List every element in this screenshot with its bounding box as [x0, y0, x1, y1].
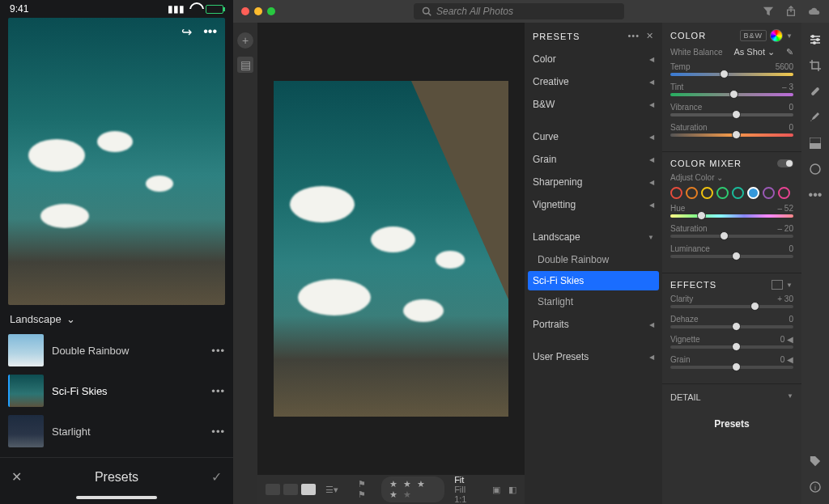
- color-swatch[interactable]: [778, 187, 790, 199]
- preset-item-starlight[interactable]: Starlight •••: [0, 411, 233, 451]
- color-swatch[interactable]: [763, 187, 775, 199]
- color-swatch[interactable]: [701, 187, 713, 199]
- more-icon[interactable]: •••: [211, 345, 225, 357]
- presets-panel: PRESETS •••✕ Color◀ Creative◀ B&W◀ Curve…: [525, 23, 662, 504]
- more-tools-icon[interactable]: •••: [808, 188, 823, 202]
- color-swatch[interactable]: [716, 187, 729, 199]
- preset-starlight[interactable]: Starlight: [525, 290, 662, 313]
- minimize-window[interactable]: [254, 7, 262, 15]
- preset-group-user[interactable]: User Presets◀: [525, 345, 662, 368]
- color-swatch[interactable]: [670, 187, 682, 199]
- color-swatch[interactable]: [686, 187, 698, 199]
- preset-group-landscape[interactable]: Landscape▼: [525, 226, 662, 248]
- preset-double-rainbow[interactable]: Double Rainbow: [525, 248, 662, 271]
- healing-icon[interactable]: [808, 84, 823, 99]
- eyedropper-icon[interactable]: ✎: [786, 47, 793, 57]
- grid-view-button[interactable]: [266, 484, 280, 495]
- detail-view-button[interactable]: [301, 484, 316, 495]
- color-swatch[interactable]: [747, 187, 759, 199]
- vignette-slider[interactable]: Vignette0 ◀: [670, 335, 793, 349]
- redo-icon[interactable]: ↪: [181, 24, 192, 40]
- cloud-icon[interactable]: [808, 6, 821, 17]
- flag-toggle[interactable]: ⚑ ⚑: [358, 479, 372, 500]
- zoom-1-1[interactable]: 1:1: [454, 494, 466, 504]
- edit-sliders-icon[interactable]: [808, 32, 823, 47]
- dehaze-slider[interactable]: Dehaze0: [670, 315, 793, 328]
- linear-gradient-icon[interactable]: [808, 136, 823, 150]
- preset-group-creative[interactable]: Creative◀: [525, 70, 662, 93]
- preset-group-vignetting[interactable]: Vignetting◀: [525, 193, 662, 216]
- grain-slider[interactable]: Grain0 ◀: [670, 355, 793, 369]
- presets-button[interactable]: Presets: [662, 410, 801, 438]
- preset-label: Sci-Fi Skies: [52, 385, 108, 397]
- zoom-fill[interactable]: Fill: [454, 485, 466, 494]
- temp-slider[interactable]: Temp5600: [670, 62, 793, 76]
- right-toolbar: ••• i: [801, 23, 829, 504]
- radial-gradient-icon[interactable]: [808, 162, 823, 176]
- compare-view-button[interactable]: [283, 484, 298, 495]
- color-wheel-icon[interactable]: [770, 29, 783, 42]
- preset-group-curve[interactable]: Curve◀: [525, 125, 662, 148]
- maximize-window[interactable]: [267, 7, 275, 15]
- luminance-slider[interactable]: Luminance0: [670, 244, 793, 258]
- filter-icon[interactable]: [763, 6, 774, 17]
- preset-group-bw[interactable]: B&W◀: [525, 93, 662, 116]
- saturation2-slider[interactable]: Saturation– 20: [670, 224, 793, 238]
- rating-stars[interactable]: ★ ★ ★ ★ ★: [381, 476, 444, 502]
- preset-sci-fi-skies[interactable]: Sci-Fi Skies: [528, 271, 659, 290]
- close-window[interactable]: [241, 7, 249, 15]
- info-icon[interactable]: i: [808, 480, 823, 494]
- preset-group-sharpening[interactable]: Sharpening◀: [525, 171, 662, 193]
- category-selector[interactable]: Landscape ⌄: [0, 305, 233, 330]
- search-input[interactable]: Search All Photos: [414, 3, 624, 19]
- close-button[interactable]: ✕: [11, 469, 22, 485]
- zoom-fit[interactable]: Fit: [454, 475, 464, 485]
- effects-icon[interactable]: [772, 280, 783, 290]
- more-icon[interactable]: •••: [211, 426, 225, 438]
- more-icon[interactable]: •••: [203, 24, 217, 40]
- saturation-slider[interactable]: Saturation0: [670, 123, 793, 137]
- info-overlay-icon[interactable]: ▣: [492, 485, 500, 495]
- wb-value[interactable]: As Shot ⌄: [733, 47, 775, 57]
- preset-thumb: [8, 415, 44, 447]
- bw-toggle[interactable]: B&W: [740, 30, 767, 41]
- mobile-bottom-bar: ✕ Presets ✓: [0, 457, 233, 496]
- preset-item-double-rainbow[interactable]: Double Rainbow •••: [0, 330, 233, 371]
- search-icon: [422, 6, 432, 16]
- view-mode-switch[interactable]: [266, 484, 316, 495]
- crop-icon[interactable]: [808, 58, 823, 73]
- hue-slider[interactable]: Hue– 52: [670, 204, 793, 218]
- color-swatch[interactable]: [732, 187, 744, 199]
- share-icon[interactable]: [785, 6, 797, 17]
- color-swatches: [670, 187, 793, 199]
- detail-section[interactable]: DETAIL ▼: [662, 384, 801, 410]
- before-after-icon[interactable]: ◧: [508, 485, 517, 495]
- adjust-value[interactable]: Color ⌄: [695, 173, 724, 182]
- vibrance-slider[interactable]: Vibrance0: [670, 103, 793, 116]
- clarity-slider[interactable]: Clarity+ 30: [670, 294, 793, 308]
- confirm-button[interactable]: ✓: [211, 469, 222, 485]
- tint-slider[interactable]: Tint– 3: [670, 83, 793, 96]
- zoom-controls[interactable]: Fit Fill 1:1: [454, 475, 484, 504]
- canvas-area[interactable]: [257, 23, 525, 475]
- close-panel-icon[interactable]: ✕: [646, 31, 654, 41]
- titlebar: Search All Photos: [233, 0, 829, 23]
- preset-group-portraits[interactable]: Portraits◀: [525, 313, 662, 336]
- presets-menu-icon[interactable]: •••: [627, 31, 640, 41]
- preset-group-grain[interactable]: Grain◀: [525, 148, 662, 171]
- mixer-toggle[interactable]: [777, 159, 793, 167]
- brush-icon[interactable]: [808, 110, 823, 125]
- main-photo: [274, 81, 508, 417]
- library-button[interactable]: ▤: [237, 57, 253, 73]
- mobile-photo-preview[interactable]: ↪ •••: [8, 18, 225, 305]
- left-toolbar: + ▤: [233, 23, 257, 504]
- sort-button[interactable]: ☰▾: [325, 485, 338, 495]
- add-photo-button[interactable]: +: [237, 32, 253, 49]
- preset-group-color[interactable]: Color◀: [525, 48, 662, 70]
- mixer-title: COLOR MIXER: [670, 159, 742, 168]
- preset-item-sci-fi-skies[interactable]: Sci-Fi Skies •••: [0, 371, 233, 411]
- more-icon[interactable]: •••: [211, 385, 225, 397]
- chevron-down-icon[interactable]: ▼: [786, 32, 793, 40]
- svg-point-0: [423, 8, 430, 15]
- tag-icon[interactable]: [808, 454, 823, 468]
